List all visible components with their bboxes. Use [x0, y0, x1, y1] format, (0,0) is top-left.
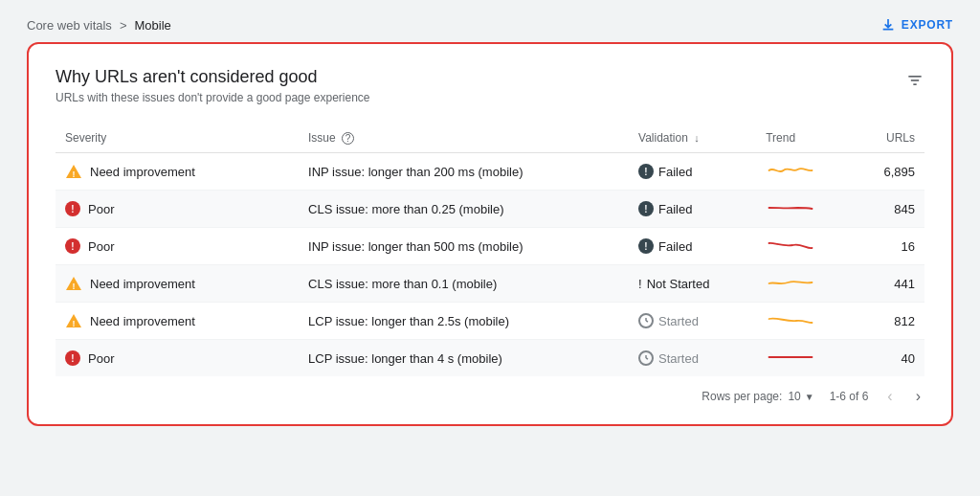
validation-started: Started — [638, 313, 746, 328]
fail-icon: ! — [638, 164, 654, 179]
severity-cell: ! Need improvement — [56, 303, 299, 340]
error-icon: ! — [65, 201, 80, 216]
sparkline-chart — [766, 237, 815, 255]
svg-text:!: ! — [73, 319, 76, 328]
issue-help-icon[interactable]: ? — [342, 132, 354, 145]
prev-page-button[interactable]: ‹ — [883, 386, 896, 407]
export-button[interactable]: EXPORT — [880, 17, 953, 33]
svg-line-10 — [646, 321, 648, 322]
validation-cell: ! Failed — [629, 228, 756, 265]
page-range: 1-6 of 6 — [830, 390, 869, 403]
sparkline-chart — [766, 312, 815, 329]
main-card: Why URLs aren't considered good URLs wit… — [27, 42, 953, 426]
table-row: ! Need improvementINP issue: longer than… — [56, 153, 924, 191]
trend-cell — [756, 228, 854, 265]
validation-cell: Started — [629, 340, 756, 377]
severity-cell: !Poor — [56, 340, 299, 377]
issues-table: Severity Issue ? Validation ↓ Trend URLs… — [56, 124, 924, 376]
sort-icon: ↓ — [694, 132, 700, 144]
validation-failed: ! Failed — [638, 238, 746, 254]
severity-cell: !Poor — [56, 191, 299, 228]
breadcrumb-current: Mobile — [134, 18, 170, 33]
warning-icon: ! — [65, 312, 82, 329]
validation-failed: ! Failed — [638, 164, 746, 179]
issue-cell: LCP issue: longer than 2.5s (mobile) — [299, 303, 629, 340]
breadcrumb-parent[interactable]: Core web vitals — [27, 18, 112, 33]
col-trend: Trend — [756, 124, 854, 153]
svg-text:!: ! — [73, 282, 76, 291]
rows-per-page-select[interactable]: 10 ▼ — [788, 390, 813, 403]
pagination: Rows per page: 10 ▼ 1-6 of 6 ‹ › — [56, 376, 924, 415]
urls-cell: 812 — [854, 303, 924, 340]
issue-cell: INP issue: longer than 200 ms (mobile) — [299, 153, 629, 191]
dropdown-arrow-icon: ▼ — [805, 392, 814, 402]
trend-cell — [756, 265, 854, 303]
issue-cell: CLS issue: more than 0.1 (mobile) — [299, 265, 629, 303]
clock-icon — [638, 350, 654, 366]
clock-icon — [638, 313, 654, 328]
trend-cell — [756, 153, 854, 191]
fail-icon: ! — [638, 201, 654, 216]
validation-cell: ! Failed — [629, 191, 756, 228]
issue-cell: INP issue: longer than 500 ms (mobile) — [299, 228, 629, 265]
warning-icon: ! — [65, 163, 82, 180]
filter-icon[interactable] — [905, 71, 924, 93]
issue-cell: CLS issue: more than 0.25 (mobile) — [299, 191, 629, 228]
warning-icon: ! — [65, 275, 82, 292]
table-row: ! Need improvementCLS issue: more than 0… — [56, 265, 924, 303]
error-icon: ! — [65, 350, 80, 366]
validation-cell: Started — [629, 303, 756, 340]
col-issue: Issue ? — [299, 124, 629, 153]
error-icon: ! — [65, 238, 80, 254]
svg-line-12 — [646, 358, 648, 359]
rows-per-page-label: Rows per page: 10 ▼ — [702, 390, 813, 403]
breadcrumb: Core web vitals > Mobile — [27, 18, 171, 33]
urls-cell: 6,895 — [854, 153, 924, 191]
col-validation[interactable]: Validation ↓ — [629, 124, 756, 153]
urls-cell: 441 — [854, 265, 924, 303]
sparkline-chart — [766, 275, 815, 292]
fail-icon: ! — [638, 238, 654, 254]
col-urls: URLs — [854, 124, 924, 153]
issue-cell: LCP issue: longer than 4 s (mobile) — [299, 340, 629, 377]
urls-cell: 16 — [854, 228, 924, 265]
export-icon — [880, 17, 896, 33]
sparkline-chart — [766, 349, 815, 367]
sparkline-chart — [766, 163, 815, 180]
svg-text:!: ! — [73, 169, 76, 179]
card-subtitle: URLs with these issues don't provide a g… — [56, 91, 370, 104]
table-row: !PoorINP issue: longer than 500 ms (mobi… — [56, 228, 924, 265]
card-title: Why URLs aren't considered good — [56, 67, 370, 87]
sparkline-chart — [766, 200, 815, 217]
validation-started: Started — [638, 350, 746, 366]
validation-cell: ! Failed — [629, 153, 756, 191]
table-row: !PoorLCP issue: longer than 4 s (mobile)… — [56, 340, 924, 377]
trend-cell — [756, 303, 854, 340]
validation-cell: ! Not Started — [629, 265, 756, 303]
severity-cell: ! Need improvement — [56, 265, 299, 303]
trend-cell — [756, 340, 854, 377]
breadcrumb-separator: > — [120, 18, 127, 33]
validation-not-started: ! Not Started — [638, 277, 746, 291]
trend-cell — [756, 191, 854, 228]
severity-cell: !Poor — [56, 228, 299, 265]
table-row: ! Need improvementLCP issue: longer than… — [56, 303, 924, 340]
not-started-icon: ! — [638, 277, 642, 291]
urls-cell: 845 — [854, 191, 924, 228]
urls-cell: 40 — [854, 340, 924, 377]
col-severity: Severity — [56, 124, 299, 153]
validation-failed: ! Failed — [638, 201, 746, 216]
next-page-button[interactable]: › — [912, 386, 924, 407]
severity-cell: ! Need improvement — [56, 153, 299, 191]
table-row: !PoorCLS issue: more than 0.25 (mobile) … — [56, 191, 924, 228]
